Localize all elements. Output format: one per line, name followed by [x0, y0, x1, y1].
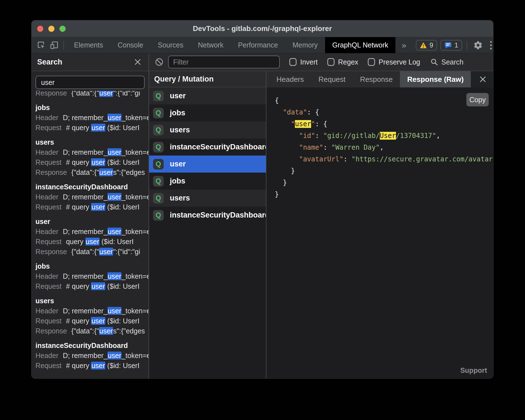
detail-tab-response-raw[interactable]: Response (Raw) — [400, 71, 471, 87]
result-row-response[interactable]: Response{"data":{"users":{"edges — [35, 326, 149, 336]
checkbox-invert[interactable]: Invert — [289, 58, 318, 66]
detail-tab-response[interactable]: Response — [353, 71, 400, 87]
settings-button[interactable] — [472, 39, 485, 52]
result-row-value: # query user ($id: UserI — [66, 124, 139, 132]
more-options-button[interactable] — [485, 39, 493, 52]
devtools-tabbar: ElementsConsoleSourcesNetworkPerformance… — [32, 37, 493, 53]
query-item-jobs[interactable]: Qjobs — [149, 173, 266, 190]
result-row-request[interactable]: Request# query user ($id: UserI — [35, 281, 149, 291]
warnings-badge[interactable]: 9 — [416, 40, 437, 51]
result-row-request[interactable]: Request# query user ($id: UserI — [35, 123, 149, 133]
network-filter-toolbar: InvertRegexPreserve Log Search — [149, 53, 493, 71]
json-line: "name": "Warren Day", — [275, 142, 493, 153]
tab-graphql-network[interactable]: GraphQL Network — [325, 37, 396, 53]
query-item-label: jobs — [170, 177, 185, 185]
result-entry-title: instanceSecurityDashboard — [35, 340, 149, 350]
json-line: "id": "gid://gitlab/User/13704317", — [275, 130, 493, 142]
support-link[interactable]: Support — [460, 364, 487, 376]
match-highlight: user — [295, 120, 311, 128]
json-content: { "data": { "user": { "id": "gid://gitla… — [275, 95, 493, 200]
result-row-request[interactable]: Request# query user ($id: UserI — [35, 316, 149, 326]
result-row-value: query user ($id: UserI — [66, 238, 133, 245]
query-item-user[interactable]: Quser — [149, 156, 266, 173]
tab-memory[interactable]: Memory — [285, 37, 325, 53]
query-item-users[interactable]: Qusers — [149, 190, 266, 207]
messages-badge[interactable]: 1 — [440, 40, 462, 51]
result-row-request[interactable]: Request# query user ($id: UserI — [35, 361, 149, 371]
more-tabs-button[interactable]: » — [395, 40, 412, 50]
close-detail-button[interactable] — [478, 75, 488, 84]
result-row-response[interactable]: Response{"data":{"users":{"edges — [35, 167, 149, 177]
result-row-header[interactable]: HeaderD; remember_user_token=e — [35, 147, 149, 157]
query-item-user[interactable]: Quser — [149, 87, 266, 104]
result-row-value: D; remember_user_token=e — [63, 114, 149, 121]
search-panel-title: Search — [37, 58, 62, 66]
filter-input[interactable] — [168, 56, 280, 68]
result-row-response[interactable]: Response{"data":{"user":{"id":"gi — [35, 247, 149, 257]
search-icon — [430, 58, 438, 66]
clear-requests-button[interactable] — [155, 58, 164, 66]
inspect-element-button[interactable] — [35, 39, 48, 52]
minimize-window-button[interactable] — [48, 26, 54, 32]
checkbox-preserve-log[interactable]: Preserve Log — [368, 58, 420, 66]
query-item-instancesecuritydashboard[interactable]: QinstanceSecurityDashboard — [149, 207, 266, 224]
query-item-users[interactable]: Qusers — [149, 121, 266, 139]
close-icon — [479, 76, 486, 83]
result-row-header[interactable]: HeaderD; remember_user_token=e — [35, 192, 149, 202]
toolbar-search-button[interactable]: Search — [430, 58, 464, 66]
result-row-label: Header — [35, 114, 58, 121]
messages-count: 1 — [454, 41, 458, 49]
copy-button[interactable]: Copy — [466, 93, 489, 106]
result-row-request[interactable]: Request# query user ($id: UserI — [35, 157, 149, 167]
query-type-badge: Q — [153, 193, 164, 204]
query-item-instancesecuritydashboard[interactable]: QinstanceSecurityDashboard — [149, 139, 266, 156]
result-row-request[interactable]: Requestquery user ($id: UserI — [35, 237, 149, 247]
invert-label: Invert — [300, 58, 318, 66]
query-list-header: Query / Mutation — [149, 71, 266, 87]
zoom-window-button[interactable] — [59, 26, 66, 32]
close-search-panel-button[interactable] — [133, 57, 142, 67]
warnings-count: 9 — [429, 41, 433, 49]
result-row-header[interactable]: HeaderD; remember_user_token=e — [35, 306, 149, 316]
json-line: "data": { — [275, 106, 493, 118]
detail-tab-headers[interactable]: Headers — [269, 71, 311, 87]
tab-performance[interactable]: Performance — [231, 37, 285, 53]
tab-network[interactable]: Network — [191, 37, 231, 53]
result-row-label: Request — [35, 238, 61, 245]
tab-console[interactable]: Console — [110, 37, 151, 53]
search-input[interactable] — [35, 76, 145, 89]
tab-sources[interactable]: Sources — [151, 37, 191, 53]
result-row-label: Response — [35, 248, 67, 256]
tab-elements[interactable]: Elements — [67, 37, 110, 53]
result-row-value: # query user ($id: UserI — [66, 158, 139, 166]
result-entry-title: users — [35, 296, 149, 306]
invert-checkbox[interactable] — [289, 58, 297, 66]
result-row-header[interactable]: HeaderD; remember_user_token=e — [35, 350, 149, 361]
traffic-lights — [37, 26, 66, 32]
result-row-label: Header — [35, 228, 58, 235]
result-row-value: # query user ($id: UserI — [66, 203, 139, 211]
device-toolbar-button[interactable] — [48, 39, 61, 52]
close-window-button[interactable] — [37, 26, 43, 32]
query-item-jobs[interactable]: Qjobs — [149, 104, 266, 121]
titlebar: DevTools - gitlab.com/-/graphql-explorer — [32, 20, 493, 37]
match-highlight: user — [91, 362, 105, 369]
detail-tab-request[interactable]: Request — [311, 71, 353, 87]
result-row-header[interactable]: HeaderD; remember_user_token=e — [35, 226, 149, 237]
checkbox-regex[interactable]: Regex — [327, 58, 358, 66]
match-highlight: user — [108, 193, 122, 201]
result-row-label: Request — [35, 203, 61, 211]
match-highlight: user — [99, 248, 113, 256]
result-row-header[interactable]: HeaderD; remember_user_token=e — [35, 271, 149, 281]
result-row-request[interactable]: Request# query user ($id: UserI — [35, 202, 149, 212]
regex-checkbox[interactable] — [327, 58, 335, 66]
response-tabs: HeadersRequestResponseResponse (Raw) — [266, 71, 493, 87]
result-row-response[interactable]: Response{"data":{"user":{"id":"gi — [35, 91, 149, 98]
response-tabs-tail — [471, 71, 493, 87]
result-row-label: Request — [35, 158, 61, 166]
preserve-log-checkbox[interactable] — [368, 58, 375, 66]
result-row-label: Response — [35, 327, 67, 335]
match-highlight: user — [108, 148, 122, 156]
query-type-badge: Q — [153, 142, 164, 152]
result-row-header[interactable]: HeaderD; remember_user_token=e — [35, 113, 149, 123]
